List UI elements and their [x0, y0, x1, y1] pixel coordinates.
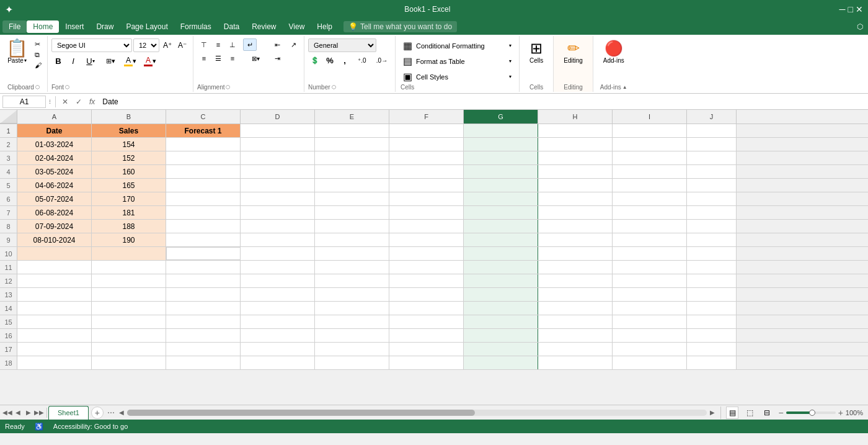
- cell-h6[interactable]: [538, 192, 613, 205]
- cell-j4[interactable]: [687, 165, 737, 178]
- cell-d10[interactable]: [241, 247, 315, 260]
- cell-b8[interactable]: 188: [92, 220, 166, 233]
- confirm-formula-button[interactable]: ✓: [73, 96, 84, 107]
- zoom-out-button[interactable]: −: [778, 408, 783, 418]
- cell-a9[interactable]: 08-010-2024: [17, 233, 92, 246]
- cell-b7[interactable]: 181: [92, 206, 166, 219]
- row-num-1[interactable]: 1: [0, 124, 17, 137]
- cell-e5[interactable]: [315, 179, 389, 192]
- scroll-right-button[interactable]: ▶: [708, 408, 717, 417]
- row-num-13[interactable]: 13: [0, 288, 17, 301]
- row-num-4[interactable]: 4: [0, 165, 17, 178]
- search-box[interactable]: Tell me what you want to do: [360, 22, 452, 31]
- align-left-button[interactable]: ≡: [197, 52, 211, 65]
- row-num-16[interactable]: 16: [0, 329, 17, 342]
- row-num-17[interactable]: 17: [0, 343, 17, 356]
- conditional-formatting-button[interactable]: ▦ Conditional Formatting ▾: [401, 38, 514, 53]
- horizontal-scrollbar[interactable]: [127, 410, 707, 416]
- percent-button[interactable]: %: [323, 54, 337, 66]
- cell-i11[interactable]: [613, 261, 687, 274]
- menu-help[interactable]: Help: [311, 20, 339, 33]
- cell-d11[interactable]: [241, 261, 315, 274]
- cell-c6[interactable]: [166, 192, 241, 205]
- cell-g9[interactable]: [464, 233, 538, 246]
- cell-c10[interactable]: [166, 247, 241, 260]
- align-top-button[interactable]: ⊤: [197, 38, 211, 51]
- number-expand-icon[interactable]: ⬡: [332, 84, 336, 90]
- fill-color-button[interactable]: A ▾: [121, 54, 140, 68]
- row-num-6[interactable]: 6: [0, 192, 17, 205]
- align-middle-button[interactable]: ≡: [211, 38, 225, 51]
- row-num-5[interactable]: 5: [0, 179, 17, 192]
- sheet-nav-next[interactable]: ▶: [24, 408, 33, 418]
- paste-button[interactable]: 📋 Paste ▾: [4, 38, 30, 65]
- cell-a5[interactable]: 04-06-2024: [17, 179, 92, 192]
- formula-input[interactable]: Date: [100, 96, 866, 108]
- cells-button[interactable]: ⊞ Cells: [525, 38, 548, 84]
- cell-j5[interactable]: [687, 179, 737, 192]
- cell-i3[interactable]: [613, 151, 687, 164]
- cell-h10[interactable]: [538, 247, 613, 260]
- cell-d3[interactable]: [241, 151, 315, 164]
- cell-i2[interactable]: [613, 138, 687, 151]
- sheet-nav-last[interactable]: ▶▶: [34, 408, 44, 418]
- cell-i1[interactable]: [613, 124, 687, 137]
- row-num-9[interactable]: 9: [0, 233, 17, 246]
- cell-g7[interactable]: [464, 206, 538, 219]
- sheet-tab-sheet1[interactable]: Sheet1: [48, 406, 89, 420]
- row-num-8[interactable]: 8: [0, 220, 17, 233]
- restore-icon[interactable]: ⬡: [854, 21, 866, 32]
- cell-f10[interactable]: [389, 247, 464, 260]
- cell-a6[interactable]: 05-07-2024: [17, 192, 92, 205]
- cell-e1[interactable]: [315, 124, 389, 137]
- cell-h1[interactable]: [538, 124, 613, 137]
- cell-h5[interactable]: [538, 179, 613, 192]
- cell-c4[interactable]: [166, 165, 241, 178]
- addins-collapse-icon[interactable]: ▲: [622, 84, 627, 90]
- cell-j1[interactable]: [687, 124, 737, 137]
- clipboard-expand-icon[interactable]: ⬡: [35, 84, 40, 90]
- col-header-c[interactable]: C: [166, 110, 241, 124]
- expand-formula-bar-icon[interactable]: ⫶: [48, 98, 51, 105]
- bold-button[interactable]: B: [51, 54, 65, 68]
- cell-f9[interactable]: [389, 233, 464, 246]
- cancel-formula-button[interactable]: ✕: [60, 96, 71, 107]
- cell-h2[interactable]: [538, 138, 613, 151]
- cell-h3[interactable]: [538, 151, 613, 164]
- cell-b11[interactable]: [92, 261, 166, 274]
- cell-g6[interactable]: [464, 192, 538, 205]
- row-num-2[interactable]: 2: [0, 138, 17, 151]
- decrease-decimal-button[interactable]: .0→: [373, 54, 391, 66]
- font-size-select[interactable]: 12: [133, 38, 159, 52]
- cell-a1[interactable]: Date: [17, 124, 92, 137]
- cell-b4[interactable]: 160: [92, 165, 166, 178]
- menu-home[interactable]: Home: [27, 20, 59, 33]
- orientation-button[interactable]: ↗: [286, 38, 300, 51]
- number-format-select[interactable]: General: [308, 38, 376, 52]
- cell-j2[interactable]: [687, 138, 737, 151]
- cell-j8[interactable]: [687, 220, 737, 233]
- cell-j3[interactable]: [687, 151, 737, 164]
- sheet-nav-prev[interactable]: ◀: [13, 408, 23, 418]
- cell-f6[interactable]: [389, 192, 464, 205]
- cell-h8[interactable]: [538, 220, 613, 233]
- cell-e10[interactable]: [315, 247, 389, 260]
- page-break-view-button[interactable]: ⊟: [761, 407, 773, 419]
- menu-formulas[interactable]: Formulas: [174, 20, 218, 33]
- cell-a3[interactable]: 02-04-2024: [17, 151, 92, 164]
- cell-f1[interactable]: [389, 124, 464, 137]
- cell-a10[interactable]: [17, 247, 92, 260]
- align-bottom-button[interactable]: ⊥: [226, 38, 239, 51]
- menu-insert[interactable]: Insert: [59, 20, 90, 33]
- cell-d1[interactable]: [241, 124, 315, 137]
- cell-i10[interactable]: [613, 247, 687, 260]
- cell-b10[interactable]: [92, 247, 166, 260]
- increase-decimal-button[interactable]: ⁺.0: [353, 54, 371, 66]
- paste-dropdown-icon[interactable]: ▾: [24, 58, 27, 63]
- menu-review[interactable]: Review: [246, 20, 282, 33]
- cell-g3[interactable]: [464, 151, 538, 164]
- cell-e4[interactable]: [315, 165, 389, 178]
- col-header-b[interactable]: B: [92, 110, 166, 124]
- cell-d8[interactable]: [241, 220, 315, 233]
- cell-b9[interactable]: 190: [92, 233, 166, 246]
